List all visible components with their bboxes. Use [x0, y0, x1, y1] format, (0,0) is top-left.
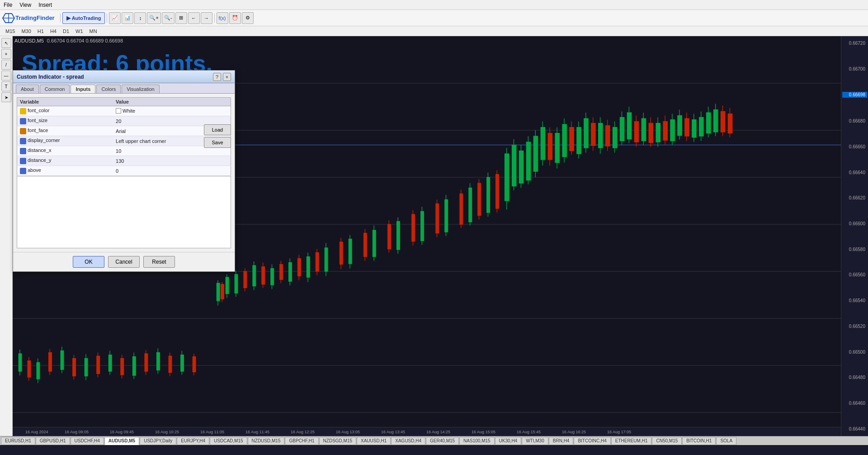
time-label-6: 16 Aug 12:25 — [291, 430, 315, 434]
toolbar-btn-6[interactable]: ⊞ — [175, 12, 187, 24]
tf-mn[interactable]: MN — [88, 28, 99, 34]
tab-bitcoin-h1[interactable]: BITCOIN,H1 — [682, 437, 716, 445]
tab-inputs[interactable]: Inputs — [71, 85, 95, 93]
tab-usdjpy-daily[interactable]: USDJPY,Daily — [140, 437, 176, 445]
toolbar-btn-7[interactable]: ← — [188, 12, 200, 24]
auto-trading-button[interactable]: ▶ AutoTrading — [62, 12, 105, 24]
row-icon — [20, 148, 26, 154]
row-icon — [20, 108, 26, 114]
dialog-right-buttons: Load Save — [204, 124, 231, 148]
tab-nzdsgd-m15[interactable]: NZDSGD,M15 — [319, 437, 356, 445]
tab-xauusd-h1[interactable]: XAUUSD,H1 — [357, 437, 391, 445]
dialog-help-button[interactable]: ? — [213, 73, 221, 81]
left-tool-cursor[interactable]: ↖ — [1, 38, 11, 48]
menu-view[interactable]: View — [19, 2, 31, 8]
toolbar-btn-1[interactable]: 📈 — [109, 12, 121, 24]
left-tool-arrow[interactable]: ➤ — [1, 92, 11, 102]
toolbar-btn-settings[interactable]: ⚙ — [242, 12, 254, 24]
tab-colors[interactable]: Colors — [96, 85, 121, 93]
value-cell[interactable]: 0 — [113, 166, 231, 176]
tab-eurjpy-h4[interactable]: EURJPY,H4 — [177, 437, 209, 445]
tf-d1[interactable]: D1 — [61, 28, 71, 34]
tab-bitcoinc-h4[interactable]: BITCOINC,H4 — [574, 437, 610, 445]
left-tool-text[interactable]: T — [1, 81, 11, 91]
tab-brn-h4[interactable]: BRN,H4 — [549, 437, 574, 445]
tab-usdchf-h4[interactable]: USDCHF,H4 — [71, 437, 104, 445]
time-label-9: 16 Aug 14:25 — [426, 430, 450, 434]
left-tool-hline[interactable]: — — [1, 71, 11, 81]
menu-file[interactable]: File — [4, 2, 12, 8]
table-row: display_cornerLeft upper chart corner — [17, 136, 231, 146]
price-scale: 0.66720 0.66700 0.66698 0.66680 0.66660 … — [841, 36, 868, 436]
menu-insert[interactable]: Insert — [38, 2, 52, 8]
logo: TradingFinder — [2, 12, 55, 24]
price-7: 0.66580 — [842, 247, 867, 252]
load-button[interactable]: Load — [204, 124, 231, 135]
tab-xagusd-h4[interactable]: XAGUSD,H4 — [391, 437, 425, 445]
dialog-empty-area — [17, 176, 231, 248]
row-icon — [20, 118, 26, 124]
tab-usdcad-m15[interactable]: USDCAD,M15 — [210, 437, 247, 445]
tab-visualization[interactable]: Visualization — [122, 85, 160, 93]
time-label-0: 16 Aug 2024 — [25, 430, 48, 434]
cancel-button[interactable]: Cancel — [108, 256, 140, 268]
value-cell[interactable]: White — [113, 106, 231, 116]
tab-gbpusd-h1[interactable]: GBPUSD,H1 — [36, 437, 70, 445]
tf-m15[interactable]: M15 — [4, 28, 17, 34]
tab-uk30-h4[interactable]: UK30,H4 — [495, 437, 522, 445]
variable-cell: font_face — [17, 126, 113, 136]
tab-gbpchf-h1[interactable]: GBPCHF,H1 — [285, 437, 318, 445]
toolbar-btn-4[interactable]: 🔍+ — [147, 12, 160, 24]
tf-w1[interactable]: W1 — [74, 28, 85, 34]
tab-about[interactable]: About — [16, 85, 39, 93]
left-tool-line[interactable]: / — [1, 60, 11, 70]
price-3: 0.66660 — [842, 144, 867, 149]
toolbar-btn-3[interactable]: ↕ — [134, 12, 146, 24]
separator-2 — [107, 14, 107, 23]
row-icon — [20, 158, 26, 164]
time-axis: 16 Aug 2024 16 Aug 09:05 16 Aug 09:45 16… — [13, 427, 841, 436]
toolbar-btn-clock[interactable]: ⏰ — [229, 12, 241, 24]
ok-button[interactable]: OK — [73, 256, 104, 268]
tab-nas100-m15[interactable]: NAS100,M15 — [459, 437, 494, 445]
price-11: 0.66500 — [842, 350, 867, 355]
table-row: font_faceArial — [17, 126, 231, 136]
row-icon — [20, 138, 26, 144]
tab-ethereum-h1[interactable]: ETHEREUM,H1 — [611, 437, 652, 445]
toolbar-btn-indicators[interactable]: f(x) — [217, 12, 228, 24]
tab-wti-m30[interactable]: WTI,M30 — [522, 437, 548, 445]
dialog-close-button[interactable]: × — [223, 73, 231, 81]
tab-sola[interactable]: SOLA — [716, 437, 736, 445]
value-cell[interactable]: 130 — [113, 156, 231, 166]
price-info: 0.66704 0.66704 0.66689 0.66698 — [47, 38, 123, 43]
table-row: above0 — [17, 166, 231, 176]
row-icon — [20, 128, 26, 134]
price-8: 0.66560 — [842, 272, 867, 277]
tab-cn50-m15[interactable]: CN50,M15 — [652, 437, 682, 445]
tab-eurusd-h1[interactable]: EURUSD,H1 — [1, 437, 35, 445]
tf-h1[interactable]: H1 — [36, 28, 46, 34]
toolbar-btn-2[interactable]: 📊 — [122, 12, 133, 24]
price-10: 0.66520 — [842, 324, 867, 329]
separator-3 — [214, 14, 215, 23]
checkbox-value[interactable]: White — [116, 108, 135, 114]
reset-button[interactable]: Reset — [143, 256, 175, 268]
variable-cell: font_size — [17, 116, 113, 126]
toolbar-btn-5[interactable]: 🔍- — [162, 12, 175, 24]
price-9: 0.66540 — [842, 298, 867, 303]
tab-nzdusd-m15[interactable]: NZDUSD,M15 — [248, 437, 285, 445]
dialog-title: Custom Indicator - spread — [17, 74, 84, 80]
save-button[interactable]: Save — [204, 137, 231, 148]
tab-audusd-m5[interactable]: AUDUSD,M5 — [104, 437, 139, 445]
left-tool-crosshair[interactable]: + — [1, 49, 11, 59]
dialog-tabs: About Common Inputs Colors Visualization — [13, 83, 235, 94]
bottom-tabs: EURUSD,H1 GBPUSD,H1 USDCHF,H4 AUDUSD,M5 … — [0, 436, 868, 445]
tab-common[interactable]: Common — [40, 85, 70, 93]
tf-h4[interactable]: H4 — [48, 28, 58, 34]
tf-m30[interactable]: M30 — [19, 28, 33, 34]
symbol-info: AUDUSD,M5 0.66704 0.66704 0.66689 0.6669… — [14, 38, 123, 43]
toolbar-btn-8[interactable]: → — [201, 12, 212, 24]
tab-ger40-m15[interactable]: GER40,M15 — [426, 437, 459, 445]
dialog-bottom-buttons: OK Cancel Reset — [13, 252, 235, 271]
dialog-titlebar[interactable]: Custom Indicator - spread ? × — [13, 71, 235, 83]
